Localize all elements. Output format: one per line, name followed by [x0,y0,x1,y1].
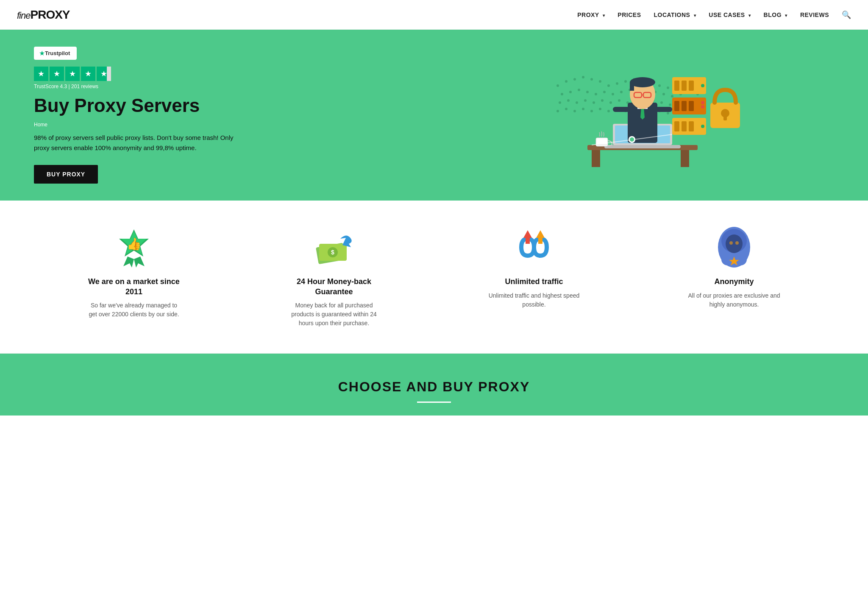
nav-item-blog[interactable]: BLOG ▾ [764,11,787,19]
svg-point-90 [701,84,704,87]
star-4: ★ [81,67,95,81]
search-icon[interactable]: 🔍 [842,11,851,19]
svg-rect-99 [682,121,687,131]
nav-item-search[interactable]: 🔍 [842,10,851,20]
trust-score: TrustScore 4.3 | 201 reviews [34,84,434,89]
feature-title-traffic: Unlimited traffic [487,277,581,287]
award-icon: 👍 [113,226,155,268]
feature-anonymity: Anonymity All of our proxies are exclusi… [687,226,781,309]
feature-moneyback: $ 24 Hour Money-back Guarantee Money bac… [287,226,381,328]
nav-link-locations[interactable]: LOCATIONS ▾ [654,11,696,18]
chevron-down-icon: ▾ [603,13,605,18]
svg-rect-69 [681,150,689,167]
svg-point-54 [573,110,576,112]
svg-point-7 [616,82,618,85]
svg-point-57 [599,108,601,110]
nav-item-proxy[interactable]: PROXY ▾ [577,11,605,19]
svg-point-35 [559,101,561,104]
star-5-half: ★ [97,67,111,81]
svg-rect-80 [630,82,634,91]
logo-proxy: PROXY [30,8,70,21]
svg-point-119 [726,234,743,253]
svg-point-21 [586,91,589,93]
svg-point-96 [701,105,704,109]
svg-point-20 [578,89,580,91]
star-2: ★ [50,67,64,81]
feature-market: 👍 We are on a market since 2011 So far w… [87,226,181,319]
unlimited-traffic-icon [513,226,555,268]
svg-rect-89 [689,81,694,91]
trustpilot-star-icon: ★ [39,49,45,57]
svg-point-47 [660,101,663,104]
nav-link-prices[interactable]: PRICES [618,11,641,18]
star-3: ★ [65,67,80,81]
feature-desc-traffic: Unlimited traffic and highest speed poss… [487,291,581,309]
nav-item-prices[interactable]: PRICES [618,11,641,19]
logo[interactable]: finePROXY [17,8,70,22]
anonymity-icon [713,226,755,268]
svg-point-38 [584,99,587,102]
svg-rect-87 [674,81,679,91]
svg-point-4 [590,78,593,81]
nav-item-locations[interactable]: LOCATIONS ▾ [654,11,696,19]
svg-point-41 [609,101,612,104]
hero-svg-illustration [524,52,744,179]
hero-illustration [434,52,834,179]
svg-point-23 [603,91,606,93]
svg-point-2 [573,78,576,81]
svg-point-52 [556,110,559,112]
svg-point-13 [667,86,669,89]
feature-traffic: Unlimited traffic Unlimited traffic and … [487,226,581,309]
choose-title: CHOOSE AND BUY PROXY [34,379,834,395]
nav-link-proxy[interactable]: PROXY ▾ [577,11,605,18]
star-1: ★ [34,67,48,81]
feature-desc-moneyback: Money back for all purchased products is… [287,301,381,328]
svg-point-101 [701,125,704,128]
nav-link-use-cases[interactable]: USE CASES ▾ [709,11,751,18]
buy-proxy-button[interactable]: BUY PROXY [34,165,98,184]
svg-rect-92 [674,101,679,111]
svg-text:$: $ [331,249,334,256]
nav-item-reviews[interactable]: REVIEWS [800,11,829,19]
feature-title-moneyback: 24 Hour Money-back Guarantee [287,277,381,297]
svg-rect-104 [723,114,727,120]
trustpilot-label: Trustpilot [45,50,70,56]
moneyback-icon: $ [313,226,355,268]
svg-rect-93 [682,101,687,111]
choose-divider [417,402,451,403]
feature-icon-market: 👍 [113,226,155,268]
feature-icon-anonymity [713,226,755,268]
nav-link-blog[interactable]: BLOG ▾ [764,11,787,18]
svg-point-3 [582,76,584,78]
hero-content: ★ Trustpilot ★ ★ ★ ★ ★ TrustScore 4.3 | … [34,47,434,184]
nav-item-use-cases[interactable]: USE CASES ▾ [709,11,751,19]
logo-fine: fine [17,10,30,21]
svg-point-8 [624,80,627,83]
svg-point-122 [729,241,733,245]
feature-desc-market: So far we've already managed to get over… [87,301,181,319]
chevron-down-icon: ▾ [694,13,696,18]
svg-point-30 [662,93,665,95]
svg-point-58 [607,110,610,112]
breadcrumb[interactable]: Home [34,122,434,128]
svg-point-24 [612,93,614,95]
features-section: 👍 We are on a market since 2011 So far w… [0,201,868,354]
svg-point-55 [582,108,584,110]
hero-title: Buy Proxy Servers [34,95,434,116]
nav-link-reviews[interactable]: REVIEWS [800,11,829,18]
svg-point-39 [593,101,595,104]
svg-point-12 [658,84,661,87]
svg-rect-84 [613,107,630,112]
svg-rect-94 [689,101,694,111]
svg-point-19 [569,91,572,93]
svg-point-123 [735,241,739,245]
svg-point-107 [630,137,634,142]
feature-icon-moneyback: $ [313,226,355,268]
svg-point-40 [601,99,604,102]
stars-row: ★ ★ ★ ★ ★ [34,67,434,81]
svg-rect-88 [682,81,687,91]
nav-links: PROXY ▾ PRICES LOCATIONS ▾ USE CASES ▾ B… [577,10,851,20]
choose-section: CHOOSE AND BUY PROXY [0,354,868,416]
feature-icon-traffic [513,226,555,268]
svg-point-22 [595,93,597,95]
